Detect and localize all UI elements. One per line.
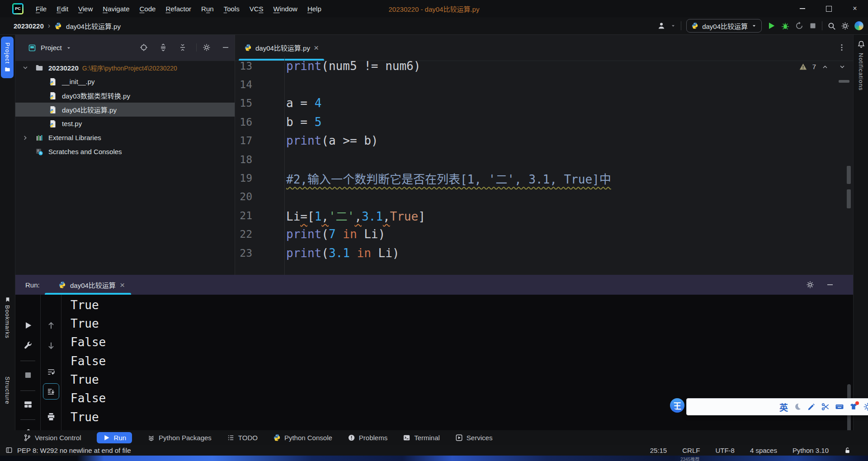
minimize-button[interactable]: [789, 0, 816, 17]
debug-button[interactable]: [781, 21, 790, 30]
settings-gear-icon[interactable]: [841, 22, 849, 30]
line-number[interactable]: 17: [235, 135, 252, 146]
tab-problems[interactable]: Problems: [348, 434, 387, 442]
soft-wrap-icon[interactable]: [47, 367, 56, 376]
line-number[interactable]: 16: [235, 116, 252, 128]
sidebar-item-bookmarks[interactable]: Bookmarks: [0, 297, 15, 339]
down-stack-trace-icon[interactable]: [47, 341, 56, 350]
code-line[interactable]: 21Li=[1,'二',3.1,True]: [235, 206, 853, 225]
code-line[interactable]: 13print(num5 != num6): [235, 56, 853, 75]
tree-item-file[interactable]: day04比较运算.py: [15, 103, 235, 117]
menu-item[interactable]: Run: [196, 3, 219, 14]
tab-run[interactable]: Run: [97, 432, 132, 443]
editor-scrollbar-thumb[interactable]: [847, 189, 851, 208]
code-line[interactable]: 14: [235, 75, 853, 94]
breadcrumb-project[interactable]: 20230220: [14, 22, 44, 30]
code-line[interactable]: 18: [235, 150, 853, 169]
menu-item[interactable]: File: [31, 3, 52, 14]
sphere-icon[interactable]: [854, 21, 863, 30]
line-number[interactable]: 23: [235, 247, 252, 259]
tree-item-file[interactable]: test.py: [15, 117, 235, 131]
sidebar-item-project[interactable]: Project: [1, 37, 14, 78]
user-icon[interactable]: [657, 22, 665, 30]
ime-badge[interactable]: 王: [670, 398, 684, 413]
code-lines[interactable]: 13print(num5 != num6)1415a = 416b = 517p…: [235, 56, 853, 275]
collapse-all-icon[interactable]: [179, 43, 187, 52]
run-with-coverage-icon[interactable]: [795, 21, 804, 30]
tree-item-root-folder[interactable]: 20230220G:\程序\pythonProject4\20230220: [15, 61, 235, 75]
ime-skin-shirt-icon[interactable]: [849, 402, 858, 411]
sidebar-item-structure[interactable]: Structure: [0, 376, 15, 405]
run-settings-gear-icon[interactable]: [806, 281, 814, 289]
code-line[interactable]: 22print(7 in Li): [235, 225, 853, 244]
project-panel-title[interactable]: Project: [41, 44, 62, 52]
line-number[interactable]: 22: [235, 228, 252, 240]
inspections-widget[interactable]: 7: [799, 63, 846, 71]
code-line[interactable]: 16b = 5: [235, 113, 853, 131]
next-warning-icon[interactable]: [839, 63, 846, 71]
menu-item[interactable]: Window: [269, 3, 302, 14]
up-stack-trace-icon[interactable]: [47, 321, 56, 330]
maximize-button[interactable]: [816, 0, 842, 17]
print-icon[interactable]: [47, 412, 56, 421]
ime-moon-icon[interactable]: [793, 402, 802, 411]
line-number[interactable]: 21: [235, 210, 252, 221]
tab-options-kebab-icon[interactable]: [838, 43, 846, 52]
layout-icon[interactable]: [5, 447, 13, 454]
menu-item[interactable]: Code: [135, 3, 161, 14]
editor-scrollbar-thumb[interactable]: [847, 166, 851, 184]
select-opened-file-icon[interactable]: [140, 43, 148, 52]
tree-item-scratches[interactable]: Scratches and Consoles: [15, 145, 235, 159]
run-configuration-select[interactable]: day04比较运算: [686, 19, 762, 33]
close-button[interactable]: ×: [842, 0, 868, 17]
menu-item[interactable]: View: [73, 3, 98, 14]
ime-settings-gear-icon[interactable]: [863, 402, 868, 411]
tree-item-file[interactable]: __init__.py: [15, 75, 235, 89]
run-tab[interactable]: day04比较运算 ×: [45, 275, 131, 295]
code-line[interactable]: 17print(a >= b): [235, 132, 853, 150]
file-encoding[interactable]: UTF-8: [715, 447, 735, 454]
ime-keyboard-icon[interactable]: [835, 402, 844, 411]
expand-all-icon[interactable]: [159, 43, 167, 52]
line-number[interactable]: 15: [235, 97, 252, 109]
tree-item-file[interactable]: day03数据类型转换.py: [15, 89, 235, 103]
panel-options-gear-icon[interactable]: [203, 43, 211, 52]
tab-services[interactable]: Services: [455, 434, 493, 442]
menu-item[interactable]: Edit: [52, 3, 73, 14]
tab-terminal[interactable]: Terminal: [403, 434, 440, 442]
breadcrumb-file[interactable]: day04比较运算.py: [66, 21, 121, 31]
indent-setting[interactable]: 4 spaces: [750, 447, 777, 454]
tab-python-packages[interactable]: Python Packages: [147, 434, 212, 442]
notifications-bell-icon[interactable]: [857, 40, 865, 48]
chevron-right-icon[interactable]: [22, 134, 29, 141]
line-number[interactable]: 19: [235, 172, 252, 184]
close-tab-icon[interactable]: ×: [314, 43, 319, 52]
chevron-down-icon[interactable]: [22, 64, 29, 71]
restore-layout-icon[interactable]: [24, 400, 33, 409]
close-run-tab-icon[interactable]: ×: [120, 281, 125, 289]
line-number[interactable]: 14: [235, 79, 252, 90]
rerun-button[interactable]: [24, 321, 33, 330]
ime-screenshot-scissors-icon[interactable]: [821, 402, 830, 411]
hide-panel-icon[interactable]: [222, 43, 230, 52]
code-line[interactable]: 23print(3.1 in Li): [235, 244, 853, 262]
search-everywhere-icon[interactable]: [827, 22, 836, 30]
code-line[interactable]: 15a = 4: [235, 94, 853, 113]
line-number[interactable]: 18: [235, 154, 252, 165]
caret-position[interactable]: 25:15: [650, 447, 667, 454]
previous-warning-icon[interactable]: [821, 63, 829, 71]
chevron-down-icon[interactable]: [66, 45, 71, 51]
code-line[interactable]: 19#2,输入一个数判断它是否在列表[1, '二', 3.1, True]中: [235, 169, 853, 187]
menu-item[interactable]: VCS: [245, 3, 269, 14]
menu-item[interactable]: Tools: [219, 3, 245, 14]
scroll-to-end-button[interactable]: [43, 383, 59, 400]
status-message-area[interactable]: PEP 8: W292 no newline at end of file: [5, 447, 131, 454]
line-number[interactable]: 13: [235, 60, 252, 72]
menu-item[interactable]: Help: [302, 3, 326, 14]
ime-language-toggle[interactable]: 英: [779, 401, 788, 413]
tab-python-console[interactable]: Python Console: [273, 434, 332, 442]
unlock-icon[interactable]: [844, 447, 851, 454]
stop-button[interactable]: [809, 22, 817, 30]
stop-process-button[interactable]: [24, 371, 33, 380]
hide-run-panel-icon[interactable]: [826, 281, 834, 289]
